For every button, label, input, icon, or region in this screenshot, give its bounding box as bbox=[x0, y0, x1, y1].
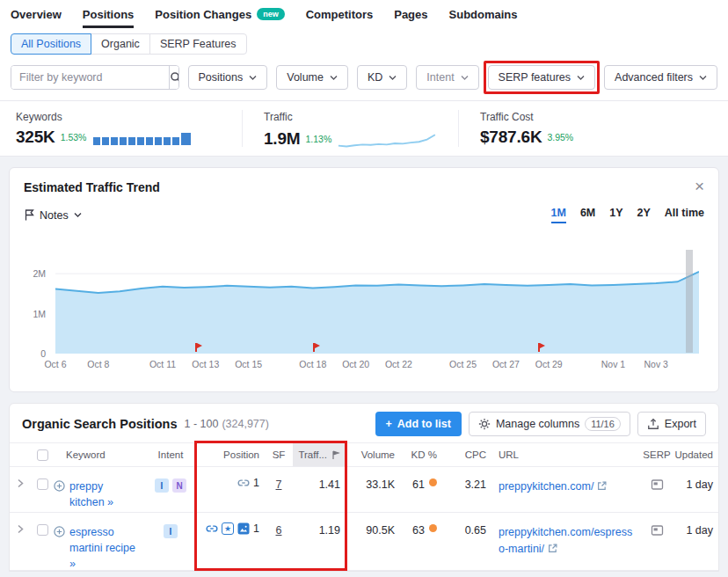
updated-value: 1 day bbox=[686, 524, 713, 537]
url-link[interactable]: preppykitchen.com/espresso-martini/ bbox=[499, 524, 635, 558]
filter-intent-dropdown[interactable]: Intent bbox=[416, 65, 478, 90]
x-tick: Oct 8 bbox=[87, 359, 109, 369]
traffic-percent-value: 1.41 bbox=[319, 478, 340, 491]
add-keyword-icon[interactable] bbox=[54, 480, 65, 492]
nav-tab-positions[interactable]: Positions bbox=[83, 0, 135, 28]
col-position[interactable]: Position bbox=[196, 443, 265, 466]
y-tick: 1M bbox=[33, 309, 46, 319]
col-updated[interactable]: Updated bbox=[674, 443, 718, 466]
close-icon[interactable]: × bbox=[695, 180, 704, 193]
col-sf[interactable]: SF bbox=[265, 443, 293, 466]
col-cpc[interactable]: CPC bbox=[442, 443, 491, 466]
range-1m[interactable]: 1M bbox=[551, 207, 566, 223]
row-checkbox[interactable] bbox=[37, 478, 48, 490]
range-2y[interactable]: 2Y bbox=[637, 207, 651, 223]
filter-volume-dropdown[interactable]: Volume bbox=[276, 65, 348, 90]
new-badge: new bbox=[257, 8, 285, 20]
traffic-cost-stat: Traffic Cost $787.6K 3.95% bbox=[459, 110, 594, 147]
columns-count-badge: 11/16 bbox=[585, 417, 621, 431]
tab-all-positions[interactable]: All Positions bbox=[11, 33, 91, 55]
nav-tab-label: Overview bbox=[11, 8, 62, 21]
nav-tab-competitors[interactable]: Competitors bbox=[306, 0, 374, 28]
keyword-filter-input[interactable] bbox=[11, 66, 169, 89]
col-volume[interactable]: Volume bbox=[346, 443, 400, 466]
chevron-down-icon bbox=[249, 75, 257, 81]
note-flag-icon[interactable] bbox=[195, 343, 197, 352]
keyword-search-button[interactable] bbox=[169, 66, 179, 89]
url-text: preppykitchen.com/ bbox=[499, 480, 593, 493]
nav-tab-overview[interactable]: Overview bbox=[11, 0, 62, 28]
note-flag-icon[interactable] bbox=[538, 343, 540, 352]
nav-tab-label: Subdomains bbox=[449, 8, 518, 21]
nav-tab-position-changes[interactable]: Position Changes new bbox=[155, 0, 284, 28]
keyword-more-icon[interactable]: » bbox=[69, 558, 76, 570]
serp-features-count-link[interactable]: 6 bbox=[276, 524, 282, 537]
export-button[interactable]: Export bbox=[637, 412, 706, 436]
add-keyword-icon[interactable] bbox=[54, 526, 65, 537]
col-url[interactable]: URL bbox=[491, 443, 639, 466]
filter-serp-features-dropdown[interactable]: SERP features bbox=[488, 65, 595, 90]
filter-positions-dropdown[interactable]: Positions bbox=[188, 65, 268, 90]
serp-features-count-link[interactable]: 7 bbox=[276, 478, 282, 491]
keyword-link[interactable]: preppy kitchen » bbox=[69, 478, 138, 510]
link-icon bbox=[206, 522, 218, 535]
tab-serp-features[interactable]: SERP Features bbox=[149, 33, 247, 55]
x-tick: Nov 3 bbox=[644, 359, 667, 369]
traffic-delta: 1.13% bbox=[305, 134, 331, 144]
manage-columns-button[interactable]: Manage columns 11/16 bbox=[469, 412, 630, 436]
serp-preview-icon[interactable] bbox=[651, 524, 664, 537]
chevron-down-icon bbox=[577, 75, 585, 81]
expand-row-icon[interactable] bbox=[17, 524, 25, 534]
x-tick: Oct 27 bbox=[492, 359, 520, 369]
keywords-value: 325K bbox=[16, 128, 55, 147]
add-to-list-label: Add to list bbox=[397, 418, 451, 430]
keyword-more-icon[interactable]: » bbox=[107, 496, 113, 508]
volume-value: 33.1K bbox=[366, 478, 395, 491]
col-traffic[interactable]: Traff... bbox=[293, 443, 346, 466]
position-value: 1 bbox=[253, 522, 259, 535]
col-intent[interactable]: Intent bbox=[145, 443, 196, 466]
notes-flag-icon bbox=[24, 209, 34, 221]
cpc-value: 0.65 bbox=[465, 524, 486, 537]
organic-positions-card: Organic Search Positions 1 - 100 (324,97… bbox=[9, 403, 719, 572]
kd-value: 61 bbox=[412, 478, 425, 491]
serp-preview-icon[interactable] bbox=[651, 478, 664, 491]
filter-kd-dropdown[interactable]: KD bbox=[357, 65, 407, 90]
keywords-label: Keywords bbox=[16, 111, 221, 123]
advanced-filters-dropdown[interactable]: Advanced filters bbox=[604, 65, 717, 90]
nav-tab-pages[interactable]: Pages bbox=[394, 0, 427, 28]
x-tick: Nov 1 bbox=[601, 359, 625, 369]
nav-tab-subdomains[interactable]: Subdomains bbox=[449, 0, 518, 28]
volume-value: 90.5K bbox=[366, 524, 395, 537]
nav-tab-label: Pages bbox=[394, 8, 427, 21]
col-keyword[interactable]: Keyword bbox=[54, 443, 145, 466]
col-kd[interactable]: KD % bbox=[400, 443, 442, 466]
url-link[interactable]: preppykitchen.com/ bbox=[499, 478, 607, 495]
x-tick: Oct 20 bbox=[342, 359, 369, 369]
range-6m[interactable]: 6M bbox=[580, 207, 595, 223]
col-traffic-label: Traff... bbox=[298, 449, 327, 460]
x-tick: Oct 22 bbox=[385, 359, 412, 369]
y-tick: 0 bbox=[40, 348, 46, 359]
range-1y[interactable]: 1Y bbox=[609, 207, 622, 223]
expand-row-icon[interactable] bbox=[17, 478, 25, 488]
range-all-time[interactable]: All time bbox=[665, 207, 704, 223]
select-all-checkbox[interactable] bbox=[37, 449, 48, 461]
notes-dropdown[interactable]: Notes bbox=[24, 209, 82, 222]
add-to-list-button[interactable]: + Add to list bbox=[375, 412, 462, 436]
intent-badge-informational: I bbox=[164, 524, 178, 538]
keyword-link[interactable]: espresso martini recipe » bbox=[69, 524, 138, 572]
sort-flag-icon bbox=[331, 450, 340, 460]
chart-plot-area[interactable] bbox=[55, 250, 699, 354]
dropdown-label: Volume bbox=[287, 71, 324, 84]
time-range-selector: 1M 6M 1Y 2Y All time bbox=[551, 207, 705, 223]
col-serp[interactable]: SERP bbox=[639, 443, 674, 466]
keyword-text: preppy kitchen bbox=[69, 480, 105, 508]
note-flag-icon[interactable] bbox=[313, 343, 315, 352]
export-label: Export bbox=[665, 418, 696, 430]
row-checkbox[interactable] bbox=[37, 524, 48, 536]
keyword-filter bbox=[11, 65, 179, 90]
x-tick: Oct 13 bbox=[192, 359, 219, 369]
tab-organic[interactable]: Organic bbox=[91, 33, 150, 55]
keywords-stat: Keywords 325K 1.53% bbox=[12, 110, 243, 147]
